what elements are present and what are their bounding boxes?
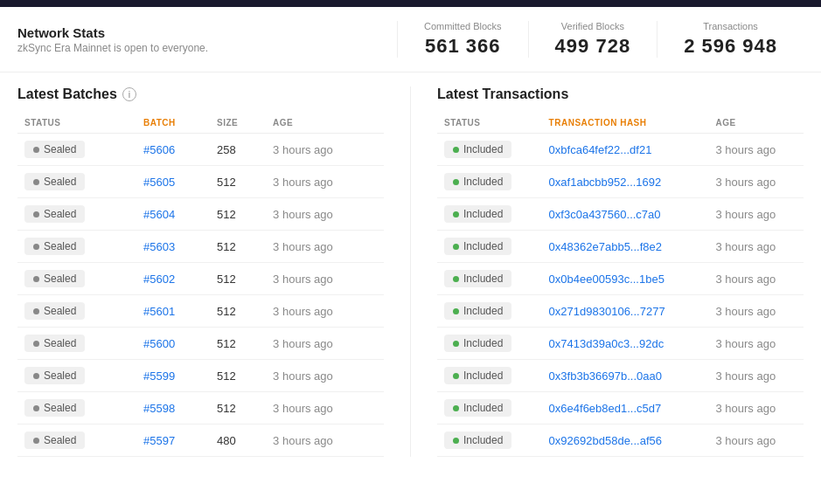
table-row: Included 0x6e4f6eb8ed1...c5d7 3 hours ag… [437, 392, 804, 425]
sealed-label: Sealed [44, 273, 76, 285]
tx-hash-link[interactable]: 0x271d9830106...7277 [549, 305, 665, 318]
tx-hash-cell[interactable]: 0x0b4ee00593c...1be5 [542, 263, 709, 295]
tx-hash-link[interactable]: 0x6e4f6eb8ed1...c5d7 [549, 402, 662, 415]
batch-age-cell: 3 hours ago [266, 134, 384, 166]
tx-hash-cell[interactable]: 0xaf1abcbb952...1692 [542, 166, 709, 198]
tx-age-cell: 3 hours ago [709, 134, 804, 166]
batch-age-cell: 3 hours ago [266, 166, 384, 198]
included-dot [453, 373, 459, 379]
section-divider [410, 86, 411, 457]
tx-hash-cell[interactable]: 0x92692bd58de...af56 [542, 425, 709, 457]
batch-number-cell[interactable]: #5598 [136, 392, 210, 425]
batch-link[interactable]: #5605 [143, 176, 175, 189]
batches-col-age: AGE [266, 113, 384, 134]
included-label: Included [463, 176, 503, 188]
included-badge: Included [444, 270, 511, 287]
tx-status-cell: Included [437, 295, 542, 328]
batch-link[interactable]: #5603 [143, 240, 175, 253]
included-label: Included [463, 369, 503, 382]
sealed-badge: Sealed [24, 238, 85, 255]
batch-age-cell: 3 hours ago [266, 328, 384, 360]
table-row: Sealed #5605 512 3 hours ago [17, 166, 384, 198]
batch-number-cell[interactable]: #5601 [136, 295, 210, 328]
tx-hash-cell[interactable]: 0x7413d39a0c3...92dc [542, 328, 709, 360]
sealed-dot [33, 373, 39, 379]
tx-hash-link[interactable]: 0x0b4ee00593c...1be5 [549, 273, 664, 286]
table-row: Included 0xbfca64fef22...df21 3 hours ag… [437, 134, 804, 166]
batch-link[interactable]: #5604 [143, 208, 175, 221]
tx-hash-link[interactable]: 0xbfca64fef22...df21 [549, 143, 652, 156]
tx-col-hash: TRANSACTION HASH [542, 113, 709, 134]
batch-number-cell[interactable]: #5604 [136, 198, 210, 231]
tx-hash-link[interactable]: 0xf3c0a437560...c7a0 [549, 208, 661, 221]
sealed-dot [33, 211, 39, 217]
table-row: Sealed #5606 258 3 hours ago [17, 134, 384, 166]
batch-age-cell: 3 hours ago [266, 360, 384, 392]
batch-number-cell[interactable]: #5599 [136, 360, 210, 392]
batch-status-cell: Sealed [17, 263, 136, 295]
batch-link[interactable]: #5602 [143, 273, 175, 286]
included-dot [453, 405, 459, 411]
network-stats-title-block: Network Stats zkSync Era Mainnet is open… [17, 25, 397, 54]
tx-age-cell: 3 hours ago [709, 328, 804, 360]
included-label: Included [463, 143, 503, 155]
network-stats-section: Network Stats zkSync Era Mainnet is open… [0, 7, 821, 72]
tx-hash-cell[interactable]: 0x48362e7abb5...f8e2 [542, 231, 709, 263]
tx-hash-cell[interactable]: 0xf3c0a437560...c7a0 [542, 198, 709, 231]
tx-hash-link[interactable]: 0x48362e7abb5...f8e2 [549, 240, 662, 253]
tx-col-age: AGE [709, 113, 804, 134]
latest-batches-title-row: Latest Batches i [17, 86, 384, 102]
tx-hash-link[interactable]: 0x7413d39a0c3...92dc [549, 337, 664, 350]
sealed-dot [33, 438, 39, 444]
batch-link[interactable]: #5599 [143, 369, 175, 383]
batch-size-cell: 512 [210, 392, 266, 425]
tx-status-cell: Included [437, 360, 542, 392]
batch-number-cell[interactable]: #5597 [136, 425, 210, 457]
batch-link[interactable]: #5600 [143, 337, 175, 350]
included-dot [453, 147, 459, 153]
batch-link[interactable]: #5597 [143, 434, 175, 447]
batch-age-cell: 3 hours ago [266, 198, 384, 231]
sealed-badge: Sealed [24, 270, 85, 287]
included-dot [453, 438, 459, 444]
batch-age-cell: 3 hours ago [266, 425, 384, 457]
transactions-label: Transactions [684, 21, 777, 31]
batch-size-cell: 258 [210, 134, 266, 166]
batch-status-cell: Sealed [17, 166, 136, 198]
tx-age-cell: 3 hours ago [709, 198, 804, 231]
sealed-badge: Sealed [24, 141, 85, 158]
network-stats-subtitle: zkSync Era Mainnet is open to everyone. [17, 42, 397, 54]
main-container: Network Stats zkSync Era Mainnet is open… [0, 7, 821, 504]
batches-col-status: STATUS [17, 113, 136, 134]
tx-hash-cell[interactable]: 0x3fb3b36697b...0aa0 [542, 360, 709, 392]
tx-status-cell: Included [437, 198, 542, 231]
info-icon[interactable]: i [122, 87, 136, 101]
batch-number-cell[interactable]: #5602 [136, 263, 210, 295]
sealed-label: Sealed [44, 369, 76, 382]
batch-number-cell[interactable]: #5600 [136, 328, 210, 360]
batch-size-cell: 512 [210, 198, 266, 231]
latest-batches-section: Latest Batches i STATUS BATCH SIZE AGE [17, 86, 384, 457]
latest-transactions-section: Latest Transactions STATUS TRANSACTION H… [437, 86, 804, 457]
batch-link[interactable]: #5606 [143, 143, 175, 156]
tx-hash-link[interactable]: 0x92692bd58de...af56 [549, 434, 662, 447]
tx-age-cell: 3 hours ago [709, 166, 804, 198]
batch-number-cell[interactable]: #5605 [136, 166, 210, 198]
top-bar [0, 0, 821, 7]
batch-link[interactable]: #5601 [143, 305, 175, 318]
tx-hash-cell[interactable]: 0x271d9830106...7277 [542, 295, 709, 328]
tx-hash-link[interactable]: 0x3fb3b36697b...0aa0 [549, 369, 662, 383]
table-row: Included 0xf3c0a437560...c7a0 3 hours ag… [437, 198, 804, 231]
batch-status-cell: Sealed [17, 231, 136, 263]
tx-hash-cell[interactable]: 0x6e4f6eb8ed1...c5d7 [542, 392, 709, 425]
included-dot [453, 308, 459, 314]
verified-blocks-value: 499 728 [555, 35, 631, 58]
tx-hash-cell[interactable]: 0xbfca64fef22...df21 [542, 134, 709, 166]
tx-hash-link[interactable]: 0xaf1abcbb952...1692 [549, 176, 662, 189]
batch-number-cell[interactable]: #5606 [136, 134, 210, 166]
batch-status-cell: Sealed [17, 360, 136, 392]
included-badge: Included [444, 367, 511, 384]
batch-link[interactable]: #5598 [143, 402, 175, 415]
included-label: Included [463, 240, 503, 252]
batch-number-cell[interactable]: #5603 [136, 231, 210, 263]
